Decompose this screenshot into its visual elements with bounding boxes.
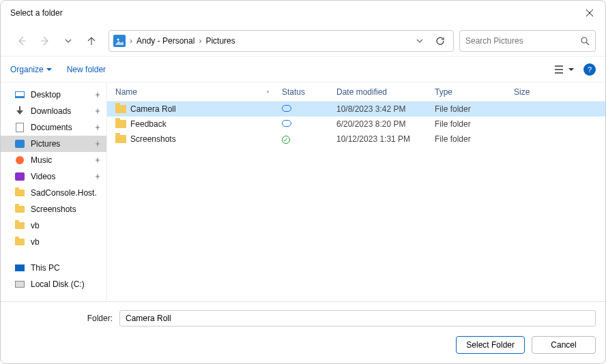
sidebar: DesktopDownloadsDocumentsPicturesMusicVi…	[1, 82, 107, 301]
sidebar-item-label: vb	[31, 221, 40, 230]
down-icon	[14, 106, 25, 117]
cloud-status-icon	[282, 120, 291, 127]
synced-status-icon: ✓	[282, 136, 290, 144]
sidebar-item-videos[interactable]: Videos	[1, 168, 106, 185]
column-date[interactable]: Date modified	[336, 87, 435, 97]
file-rows: Camera Roll10/8/2023 3:42 PMFile folderF…	[107, 102, 605, 301]
breadcrumb-current[interactable]: Pictures	[205, 36, 235, 46]
address-bar[interactable]: › Andy - Personal › Pictures	[109, 30, 454, 52]
row-type: File folder	[435, 104, 514, 114]
sidebar-item-vb[interactable]: vb	[1, 217, 106, 234]
row-name: Camera Roll	[130, 104, 176, 114]
sidebar-item-label: SadConsole.Host.	[31, 188, 97, 198]
sidebar-item-label: Videos	[31, 172, 55, 181]
toolbar: Organize New folder ?	[1, 57, 605, 82]
chevron-down-icon	[65, 37, 72, 44]
sidebar-item-label: Music	[31, 155, 52, 165]
monitor-icon	[14, 89, 25, 100]
up-button[interactable]	[84, 33, 99, 48]
select-folder-button[interactable]: Select Folder	[456, 336, 525, 354]
dialog-title: Select a folder	[10, 8, 574, 18]
column-headers: Name˄ Status Date modified Type Size	[107, 82, 605, 102]
arrow-left-icon	[16, 35, 27, 46]
row-date: 6/20/2023 8:20 PM	[336, 119, 435, 129]
svg-point-2	[581, 37, 587, 43]
sidebar-item-label: Documents	[31, 123, 72, 132]
row-date: 10/12/2023 1:31 PM	[336, 134, 435, 144]
caret-down-icon	[46, 67, 52, 72]
pictures-location-icon	[113, 35, 126, 47]
help-button[interactable]: ?	[583, 63, 596, 76]
file-row[interactable]: Camera Roll10/8/2023 3:42 PMFile folder	[107, 102, 605, 117]
svg-point-1	[117, 38, 119, 40]
column-type[interactable]: Type	[435, 87, 514, 97]
nav-bar: › Andy - Personal › Pictures Search Pict…	[1, 25, 605, 57]
row-type: File folder	[435, 119, 514, 129]
address-history-button[interactable]	[416, 37, 423, 44]
sidebar-item-vb[interactable]: vb	[1, 234, 106, 250]
sidebar-item-label: This PC	[31, 263, 60, 273]
folder-icon	[115, 120, 126, 128]
file-row[interactable]: Feedback6/20/2023 8:20 PMFile folder	[107, 117, 605, 132]
sidebar-item-downloads[interactable]: Downloads	[1, 103, 106, 119]
folder-icon	[14, 220, 25, 231]
breadcrumb-root[interactable]: Andy - Personal	[136, 36, 194, 46]
titlebar: Select a folder	[1, 1, 605, 25]
pictures-icon	[14, 138, 25, 149]
folder-icon	[14, 204, 25, 215]
pin-icon	[94, 124, 101, 131]
caret-down-icon	[568, 67, 574, 72]
pin-icon	[94, 140, 101, 147]
folder-icon	[14, 237, 25, 247]
sidebar-item-this-pc[interactable]: This PC	[1, 260, 106, 276]
sidebar-item-label: Screenshots	[31, 204, 76, 214]
pin-icon	[94, 173, 101, 180]
chevron-down-icon	[416, 37, 423, 44]
folder-picker-dialog: Select a folder › Andy - Perso	[0, 0, 606, 364]
music-icon	[14, 155, 25, 166]
back-button[interactable]	[14, 33, 29, 48]
forward-button[interactable]	[38, 33, 53, 48]
close-button[interactable]	[574, 1, 605, 25]
sidebar-item-label: Pictures	[31, 139, 60, 149]
pin-icon	[94, 91, 101, 98]
sidebar-item-pictures[interactable]: Pictures	[1, 136, 106, 152]
refresh-button[interactable]	[435, 36, 445, 46]
row-name: Screenshots	[130, 134, 176, 144]
column-name[interactable]: Name˄	[107, 87, 282, 97]
new-folder-label: New folder	[67, 65, 106, 74]
search-input[interactable]: Search Pictures	[459, 30, 596, 52]
pin-icon	[94, 157, 101, 164]
new-folder-button[interactable]: New folder	[67, 65, 106, 74]
cloud-status-icon	[282, 105, 291, 112]
sidebar-item-label: vb	[31, 237, 40, 247]
arrow-up-icon	[86, 35, 97, 46]
folder-label: Folder:	[10, 314, 113, 323]
refresh-icon	[435, 36, 445, 46]
sidebar-item-documents[interactable]: Documents	[1, 119, 106, 136]
row-type: File folder	[435, 134, 514, 144]
dialog-footer: Folder: Select Folder Cancel	[1, 301, 605, 363]
recent-locations-button[interactable]	[61, 33, 76, 48]
list-view-icon	[555, 65, 566, 74]
organize-button[interactable]: Organize	[10, 65, 52, 74]
search-placeholder: Search Pictures	[465, 36, 580, 46]
folder-name-input[interactable]	[119, 310, 596, 327]
sidebar-item-desktop[interactable]: Desktop	[1, 87, 106, 103]
sidebar-item-sadconsole-host-[interactable]: SadConsole.Host.	[1, 185, 106, 201]
column-size[interactable]: Size	[514, 87, 555, 97]
sidebar-item-music[interactable]: Music	[1, 152, 106, 168]
arrow-right-icon	[40, 35, 50, 46]
organize-label: Organize	[10, 65, 44, 74]
view-options-button[interactable]	[555, 65, 574, 74]
cancel-button[interactable]: Cancel	[532, 336, 596, 354]
close-icon	[586, 9, 594, 17]
pin-icon	[94, 108, 101, 115]
sort-indicator-icon: ˄	[266, 90, 270, 97]
sidebar-item-screenshots[interactable]: Screenshots	[1, 201, 106, 217]
file-list: Name˄ Status Date modified Type Size Cam…	[107, 82, 605, 301]
file-row[interactable]: Screenshots✓10/12/2023 1:31 PMFile folde…	[107, 132, 605, 147]
column-status[interactable]: Status	[282, 87, 336, 97]
sidebar-item-local-disk-c-[interactable]: Local Disk (C:)	[1, 276, 106, 292]
breadcrumb-sep-icon: ›	[199, 36, 201, 46]
